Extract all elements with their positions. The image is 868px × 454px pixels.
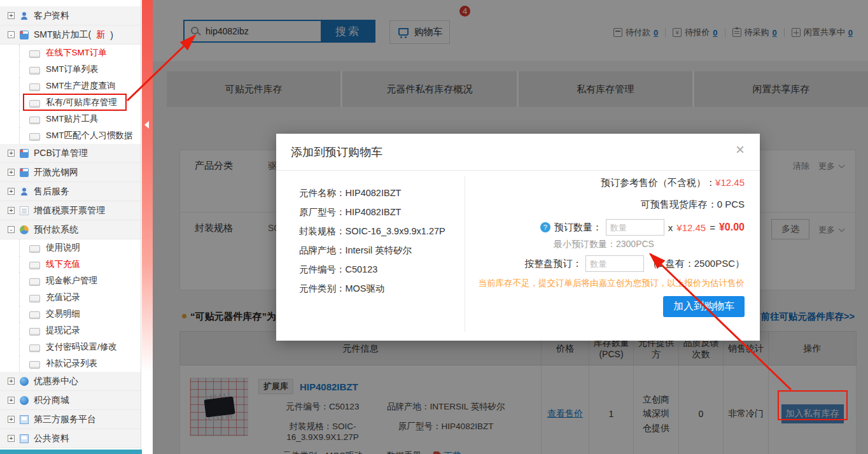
sidebar-item-online-smt-order[interactable]: 在线下SMT订单 [0, 45, 141, 61]
menu-item-icon [29, 83, 40, 91]
sidebar-item-label: 现金帐户管理 [46, 275, 97, 287]
expand-icon[interactable]: + [8, 12, 15, 19]
sidebar-item-label: 支付密码设置/修改 [46, 341, 117, 353]
sidebar-item-smt-progress[interactable]: SMT生产进度查询 [0, 78, 141, 94]
sidebar-item-label: 积分商城 [34, 395, 69, 406]
sidebar-item-aftersale[interactable]: + 售后服务 [0, 182, 141, 201]
expand-icon[interactable]: + [8, 150, 15, 157]
coupon-icon [20, 377, 29, 386]
expand-icon[interactable]: + [8, 397, 15, 404]
sidebar-item-payment-password[interactable]: 支付密码设置/修改 [0, 339, 141, 355]
add-to-cart-button[interactable]: 加入到购物车 [663, 296, 745, 317]
sidebar-item-label: ) [110, 30, 113, 40]
close-icon[interactable]: × [736, 142, 745, 157]
sidebar-collapse-arrow-icon[interactable] [144, 121, 149, 129]
menu-item-icon [29, 311, 40, 319]
sidebar-item-label: 公共资料 [34, 433, 69, 444]
sidebar-item-label: SMT匹配个人习惯数据 [46, 130, 133, 141]
expand-icon[interactable]: + [8, 416, 15, 423]
modal-header: 添加到预订购物车 × [276, 134, 760, 171]
menu-item-icon [29, 278, 40, 286]
unit-price: ¥12.45 [676, 222, 706, 233]
part-package-field: 封装规格：SOIC-16_3.9x9.9x1.27P [299, 222, 445, 241]
sidebar-item-label: SMT订单列表 [46, 64, 99, 75]
part-brand-field: 品牌产地：Intersil 英特矽尔 [299, 241, 445, 260]
points-icon [20, 396, 29, 405]
ref-price-label: 预订参考售价（不含税）： [601, 177, 715, 188]
menu-item-icon [29, 328, 40, 336]
reel-note: （1 盘有：2500PSC） [648, 258, 745, 270]
sidebar-item-label: 使用说明 [46, 242, 80, 253]
bottom-bar [0, 450, 142, 454]
expand-icon[interactable]: + [8, 188, 15, 195]
collapse-icon[interactable]: - [8, 31, 15, 38]
user-icon [20, 11, 29, 20]
public-data-icon [20, 434, 29, 443]
sidebar-item-label: 开激光钢网 [34, 167, 78, 178]
sidebar-item-vat-invoice[interactable]: + 增值税票开票管理 [0, 201, 141, 220]
modal-body: 元件名称：HIP4082IBZT 原厂型号：HIP4082IBZT 封装规格：S… [276, 171, 760, 341]
sidebar-item-withdraw-records[interactable]: 提现记录 [0, 322, 141, 339]
sidebar-item-private-stock-mgmt[interactable]: 私有/可贴库存管理 [0, 94, 141, 111]
expand-icon[interactable]: + [8, 207, 15, 214]
preorder-qty-input[interactable] [606, 219, 664, 236]
sidebar-item-label: 补款记录列表 [46, 358, 97, 369]
sidebar-item-label: 在线下SMT订单 [46, 47, 107, 59]
sidebar-item-supplement-records[interactable]: 补款记录列表 [0, 355, 141, 372]
help-icon[interactable]: ? [540, 222, 550, 232]
menu-item-icon [29, 50, 40, 58]
invoice-icon [20, 206, 29, 215]
sidebar-item-label: 线下充值 [46, 259, 80, 270]
stock-warning: 当前库存不足，提交订单后将由嘉立创为您预订，以上报价为估计售价 [473, 278, 745, 289]
sidebar-item-public-data[interactable]: + 公共资料 [0, 429, 141, 448]
sidebar-item-points-mall[interactable]: + 积分商城 [0, 391, 141, 410]
sidebar-item-thirdparty-platform[interactable]: + 第三方服务平台 [0, 410, 141, 429]
menu-item-icon [29, 133, 40, 141]
sidebar-item-label: 客户资料 [34, 10, 69, 22]
part-mpn-field: 原厂型号：HIP4082IBZT [299, 202, 445, 222]
sidebar-item-label: 充值记录 [46, 292, 80, 303]
sidebar-item-smt-processing[interactable]: - SMT贴片加工(新) [0, 25, 141, 45]
sidebar-item-laser-stencil[interactable]: + 开激光钢网 [0, 163, 141, 182]
menu-item-icon [29, 67, 40, 74]
qty-label: 预订数量： [554, 222, 602, 234]
reel-qty-input[interactable] [585, 255, 644, 272]
sidebar-item-cash-account[interactable]: 现金帐户管理 [0, 273, 141, 289]
collapse-icon[interactable]: - [8, 226, 15, 233]
sidebar-item-pcb-orders[interactable]: + PCB订单管理 [0, 144, 141, 163]
add-to-preorder-cart-modal: 添加到预订购物车 × 元件名称：HIP4082IBZT 原厂型号：HIP4082… [276, 134, 760, 341]
sidebar-item-transaction-details[interactable]: 交易明细 [0, 306, 141, 322]
part-number-field: 元件编号：C50123 [299, 260, 445, 279]
sidebar-item-recharge-records[interactable]: 充值记录 [0, 289, 141, 306]
sidebar-item-usage-guide[interactable]: 使用说明 [0, 239, 141, 256]
sidebar-item-label: 增值税票开票管理 [34, 205, 105, 216]
min-qty-note: 最小预订数量：2300PCS [473, 239, 745, 250]
smt-icon [20, 31, 29, 39]
sidebar-item-label: 提现记录 [46, 325, 80, 336]
menu-item-icon [29, 361, 40, 369]
part-category-field: 元件类别：MOS驱动 [299, 279, 445, 298]
sidebar-item-label: PCB订单管理 [34, 148, 88, 159]
sidebar-item-label: 优惠券中心 [34, 376, 78, 387]
sidebar-item-coupon-center[interactable]: + 优惠券中心 [0, 372, 141, 391]
menu-item-icon [29, 117, 40, 124]
prepay-submenu: 使用说明 线下充值 现金帐户管理 充值记录 交易明细 提现记录 支付密码设置/修… [0, 239, 141, 372]
expand-icon[interactable]: + [8, 435, 15, 442]
total-price: ¥0.00 [719, 222, 745, 233]
pcb-icon [20, 149, 29, 158]
menu-item-icon [29, 262, 40, 269]
part-name-field: 元件名称：HIP4082IBZT [299, 183, 445, 202]
expand-icon[interactable]: + [8, 169, 15, 176]
sidebar-item-offline-recharge[interactable]: 线下充值 [0, 256, 141, 273]
thirdparty-icon [20, 415, 29, 424]
sidebar-item-smt-order-list[interactable]: SMT订单列表 [0, 61, 141, 78]
sidebar-item-smt-tools[interactable]: SMT贴片工具 [0, 111, 141, 127]
sidebar-item-label: 售后服务 [34, 186, 69, 197]
expand-icon[interactable]: + [8, 378, 15, 385]
sidebar-item-label: SMT贴片加工( [34, 29, 91, 41]
sidebar-item-customer-info[interactable]: + 客户资料 [0, 6, 141, 25]
sidebar-item-label: 第三方服务平台 [34, 414, 96, 425]
sidebar-item-smt-habit-data[interactable]: SMT匹配个人习惯数据 [0, 127, 141, 144]
sidebar-item-prepay-system[interactable]: - 预付款系统 [0, 220, 141, 239]
menu-item-icon [29, 100, 40, 108]
